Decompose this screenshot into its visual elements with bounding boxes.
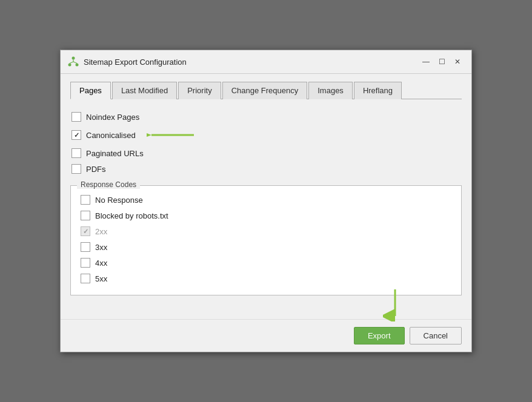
pdfs-checkbox[interactable] [71, 164, 81, 174]
canonicalised-arrow [147, 128, 195, 142]
dialog-content: Pages Last Modified Priority Change Freq… [61, 74, 471, 319]
dialog-window: Sitemap Export Configuration — ☐ ✕ Pages… [60, 50, 472, 352]
4xx-checkbox[interactable] [81, 258, 90, 268]
maximize-button[interactable]: ☐ [435, 55, 448, 68]
3xx-row: 3xx [79, 239, 453, 255]
tab-change-frequency[interactable]: Change Frequency [222, 82, 308, 99]
no-response-checkbox[interactable] [81, 195, 90, 205]
tab-pages[interactable]: Pages [70, 82, 111, 99]
sitemap-icon [68, 56, 79, 67]
5xx-checkbox[interactable] [81, 274, 90, 283]
response-codes-group: Response Codes No Response Blocked by ro… [70, 185, 462, 295]
dialog-footer: Export Cancel [61, 319, 471, 352]
pdfs-row: PDFs [70, 161, 462, 177]
tab-hreflang[interactable]: Hreflang [354, 82, 402, 99]
5xx-label: 5xx [95, 274, 107, 283]
tab-bar: Pages Last Modified Priority Change Freq… [70, 81, 462, 99]
tab-last-modified[interactable]: Last Modified [112, 82, 177, 99]
noindex-row: Noindex Pages [70, 109, 462, 125]
canonicalised-checkbox[interactable] [71, 130, 81, 140]
titlebar: Sitemap Export Configuration — ☐ ✕ [61, 50, 471, 74]
blocked-label: Blocked by robots.txt [95, 211, 168, 220]
2xx-label: 2xx [95, 227, 107, 236]
canonicalised-row: Canonicalised [70, 125, 462, 145]
export-button[interactable]: Export [354, 327, 405, 344]
minimize-button[interactable]: — [419, 55, 433, 68]
3xx-checkbox[interactable] [81, 242, 90, 252]
close-button[interactable]: ✕ [451, 55, 464, 68]
3xx-label: 3xx [95, 243, 107, 252]
2xx-checkbox [81, 226, 90, 236]
svg-point-0 [72, 57, 75, 60]
noindex-checkbox[interactable] [71, 112, 81, 122]
paginated-label: Paginated URLs [86, 149, 144, 158]
cancel-button[interactable]: Cancel [410, 327, 462, 344]
titlebar-controls: — ☐ ✕ [419, 55, 464, 68]
5xx-row: 5xx [79, 271, 453, 286]
export-arrow [383, 288, 407, 321]
tab-images[interactable]: Images [308, 82, 353, 99]
pdfs-label: PDFs [86, 165, 106, 174]
paginated-checkbox[interactable] [71, 148, 81, 158]
titlebar-left: Sitemap Export Configuration [68, 56, 187, 67]
2xx-row: 2xx [79, 223, 453, 239]
4xx-row: 4xx [79, 255, 453, 271]
no-response-label: No Response [95, 196, 143, 205]
paginated-row: Paginated URLs [70, 145, 462, 161]
response-codes-legend: Response Codes [77, 180, 140, 189]
canonicalised-label: Canonicalised [86, 131, 136, 140]
blocked-row: Blocked by robots.txt [79, 208, 453, 223]
svg-line-5 [73, 62, 77, 64]
no-response-row: No Response [79, 192, 453, 208]
noindex-label: Noindex Pages [86, 113, 139, 122]
svg-point-1 [68, 64, 71, 67]
4xx-label: 4xx [95, 259, 107, 268]
tab-priority[interactable]: Priority [178, 82, 221, 99]
svg-point-2 [76, 64, 79, 67]
window-title: Sitemap Export Configuration [84, 58, 187, 67]
svg-line-4 [70, 62, 73, 64]
tab-content-pages: Noindex Pages Canonicalised [70, 109, 462, 295]
blocked-checkbox[interactable] [81, 211, 90, 220]
